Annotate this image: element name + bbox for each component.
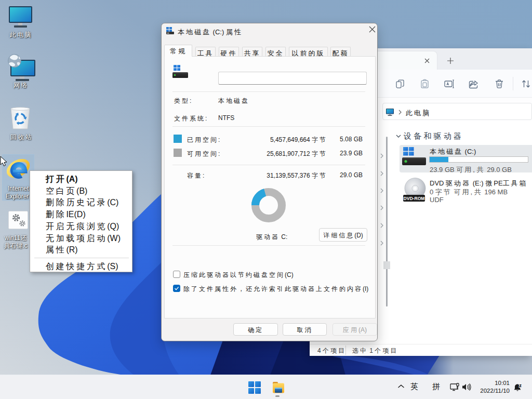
svg-text:DVD-ROM: DVD-ROM bbox=[403, 196, 424, 201]
svg-text:z: z bbox=[520, 383, 522, 388]
